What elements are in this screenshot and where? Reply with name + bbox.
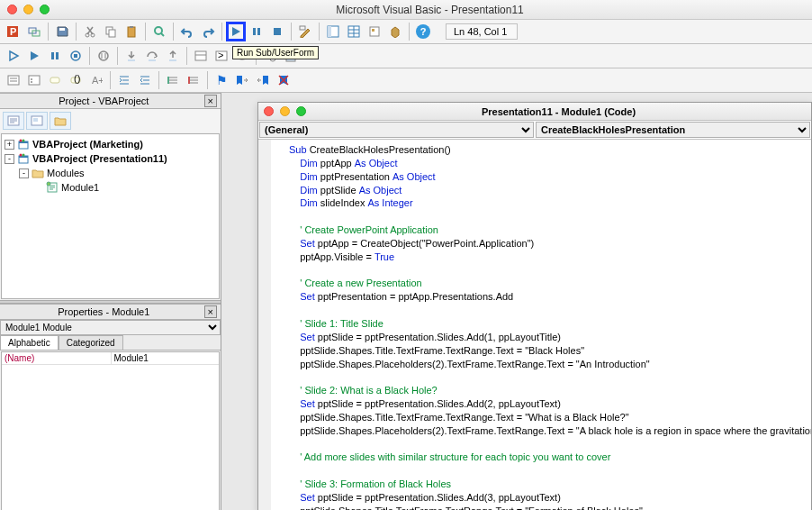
indent-button[interactable]: [114, 70, 134, 90]
tree-item[interactable]: Module1: [5, 180, 216, 195]
quick-info-button[interactable]: [45, 70, 65, 90]
close-properties-panel-button[interactable]: ×: [204, 305, 217, 318]
minimize-window-button[interactable]: [23, 5, 33, 14]
svg-rect-13: [257, 28, 260, 35]
code-editor[interactable]: Sub CreateBlackHolesPresentation() Dim p…: [258, 140, 811, 510]
properties-window-button[interactable]: [344, 22, 364, 41]
run-tooltip: Run Sub/UserForm: [232, 46, 319, 59]
tab-categorized[interactable]: Categorized: [59, 335, 123, 350]
debug-toolbar: >: [0, 44, 812, 68]
design-mode-button[interactable]: [295, 22, 315, 41]
project-toolbar: [0, 109, 221, 132]
project-explorer-button[interactable]: [323, 22, 343, 41]
tree-label: VBAProject (Presentation11): [32, 153, 167, 164]
svg-rect-27: [149, 59, 156, 61]
toggle-folders-button[interactable]: [50, 112, 71, 130]
svg-rect-39: [8, 76, 19, 85]
cut-button[interactable]: [80, 22, 100, 41]
tree-item[interactable]: +VBAProject (Marketing): [5, 137, 216, 151]
zoom-window-button[interactable]: [40, 5, 50, 14]
svg-text:(): (): [74, 74, 80, 84]
close-project-panel-button[interactable]: ×: [204, 95, 217, 107]
property-row[interactable]: (Name) Module1: [2, 352, 219, 365]
properties-grid[interactable]: (Name) Module1: [1, 351, 220, 510]
powerpoint-icon[interactable]: P: [4, 22, 23, 41]
code-minimize-button[interactable]: [280, 106, 290, 116]
stop-button[interactable]: [66, 46, 86, 66]
tree-item[interactable]: -VBAProject (Presentation11): [5, 151, 216, 166]
svg-point-54: [20, 140, 23, 142]
property-value[interactable]: Module1: [111, 352, 220, 364]
comment-block-button[interactable]: [163, 70, 183, 90]
properties-object-select[interactable]: Module1 Module: [0, 320, 221, 335]
code-zoom-button[interactable]: [296, 106, 306, 116]
run-button[interactable]: Run Sub/UserForm: [226, 22, 246, 41]
svg-point-25: [99, 51, 108, 60]
svg-rect-48: [188, 77, 190, 84]
immediate-window-button[interactable]: >: [212, 46, 231, 66]
save-button[interactable]: [52, 22, 72, 41]
compile-button[interactable]: [4, 46, 23, 66]
tree-item[interactable]: -Modules: [5, 166, 216, 180]
outdent-button[interactable]: [135, 70, 155, 90]
svg-point-59: [23, 154, 25, 157]
code-close-button[interactable]: [264, 106, 274, 116]
properties-panel-title: Properties - Module1 ×: [0, 304, 221, 320]
property-name: (Name): [2, 352, 111, 364]
window-titlebar: Microsoft Visual Basic - Presentation11: [0, 0, 812, 20]
find-button[interactable]: [149, 22, 169, 41]
list-constants-button[interactable]: [24, 70, 44, 90]
redo-button[interactable]: [198, 22, 218, 41]
project-tree[interactable]: +VBAProject (Marketing)-VBAProject (Pres…: [1, 133, 220, 299]
locals-window-button[interactable]: [191, 46, 211, 66]
tree-expander[interactable]: -: [5, 154, 14, 164]
proj-icon: [17, 152, 30, 165]
step-out-button[interactable]: [163, 46, 183, 66]
prev-bookmark-button[interactable]: [253, 70, 273, 90]
step-over-button[interactable]: [142, 46, 162, 66]
tree-expander[interactable]: +: [5, 140, 14, 150]
pause-button[interactable]: [45, 46, 65, 66]
svg-rect-17: [328, 26, 331, 37]
break-button[interactable]: [247, 22, 266, 41]
code-window-title: Presentation11 - Module1 (Code): [311, 106, 806, 117]
tab-alphabetic[interactable]: Alphabetic: [0, 335, 59, 350]
tree-label: VBAProject (Marketing): [32, 139, 143, 150]
toolbox-button[interactable]: [385, 22, 405, 41]
svg-text:A+: A+: [92, 75, 103, 86]
svg-point-11: [155, 27, 162, 34]
next-bookmark-button[interactable]: [232, 70, 252, 90]
svg-text:>: >: [218, 50, 223, 60]
copy-button[interactable]: [101, 22, 121, 41]
properties-tabs: Alphabetic Categorized: [0, 335, 221, 351]
object-browser-button[interactable]: [365, 22, 384, 41]
complete-word-button[interactable]: A+: [86, 70, 106, 90]
uncomment-block-button[interactable]: [184, 70, 203, 90]
tree-expander[interactable]: -: [19, 168, 29, 178]
help-button[interactable]: ?: [413, 22, 433, 41]
svg-point-55: [23, 140, 25, 142]
svg-point-41: [31, 78, 32, 80]
view-object-button[interactable]: [26, 112, 48, 130]
insert-module-button[interactable]: [24, 22, 44, 41]
object-dropdown[interactable]: (General): [259, 122, 534, 138]
module-icon: [46, 181, 59, 194]
code-window: Presentation11 - Module1 (Code) (General…: [257, 102, 812, 510]
undo-button[interactable]: [177, 22, 197, 41]
code-window-titlebar: Presentation11 - Module1 (Code): [258, 103, 811, 121]
list-properties-button[interactable]: [4, 70, 23, 90]
parameter-info-button[interactable]: (): [66, 70, 86, 90]
mdi-area: Presentation11 - Module1 (Code) (General…: [221, 93, 812, 510]
edit-toolbar: () A+ ⚑: [0, 68, 812, 93]
close-window-button[interactable]: [7, 5, 17, 14]
toggle-bookmark-button[interactable]: ⚑: [212, 70, 231, 90]
run-macro-button[interactable]: [24, 46, 44, 66]
proj-icon: [17, 138, 30, 150]
clear-bookmarks-button[interactable]: [274, 70, 293, 90]
view-code-button[interactable]: [3, 112, 24, 130]
procedure-dropdown[interactable]: CreateBlackHolesPresentation: [536, 122, 810, 138]
paste-button[interactable]: [122, 22, 141, 41]
reset-button[interactable]: [267, 22, 287, 41]
step-into-button[interactable]: [122, 46, 141, 66]
toggle-breakpoint-button[interactable]: [94, 46, 113, 66]
